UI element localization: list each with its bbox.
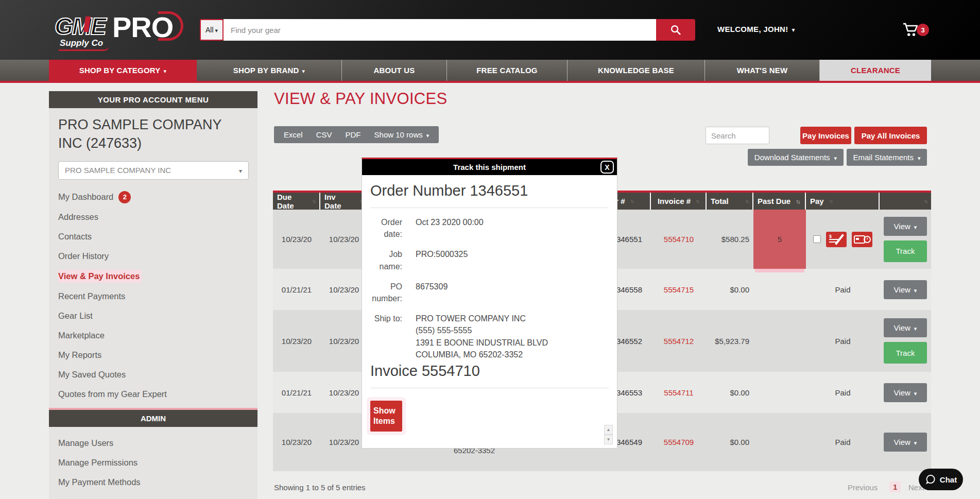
modal-title: Track this shipment — [453, 163, 526, 171]
sidebar-item-manage-users[interactable]: Manage Users — [58, 437, 249, 449]
logo-supply-text: Supply Co — [59, 38, 109, 51]
show-rows-label: Show 10 rows — [374, 130, 423, 139]
export-csv-button[interactable]: CSV — [310, 130, 339, 139]
sidebar-item-manage-permissions[interactable]: Manage Permissions — [58, 457, 249, 469]
chevron-down-icon — [834, 153, 837, 162]
job-name-field: Job name: PRO:5000325 — [370, 248, 609, 272]
col-header-due-date[interactable]: Due Date — [273, 193, 320, 210]
svg-text:$: $ — [829, 234, 832, 239]
sidebar-item-label: Addresses — [58, 211, 98, 223]
sidebar-item-quotes-gear-expert[interactable]: Quotes from my Gear Expert — [58, 388, 249, 400]
field-label: Order date: — [370, 216, 402, 240]
modal-title-bar: Track this shipment X — [362, 159, 617, 175]
welcome-text: WELCOME, JOHN! — [717, 25, 788, 33]
invoice-link[interactable]: 5554715 — [664, 285, 694, 294]
track-button[interactable]: Track — [884, 342, 927, 364]
chevron-down-icon — [215, 26, 218, 34]
nav-shop-by-category[interactable]: SHOP BY CATEGORY — [49, 60, 197, 81]
nav-whats-new[interactable]: WHAT'S NEW — [705, 60, 820, 81]
pay-by-check-icon[interactable]: $ — [826, 232, 847, 247]
app-root: GME PRO Supply Co All WELCOME, JOHN! — [0, 0, 980, 499]
cell-inv-date: 10/23/20 — [320, 210, 368, 269]
search-category-dropdown[interactable]: All — [200, 19, 223, 41]
email-statements-dropdown[interactable]: Email Statements — [847, 149, 927, 166]
sidebar-item-recent-payments[interactable]: Recent Payments — [58, 290, 249, 302]
pay-by-card-icon[interactable] — [852, 232, 872, 247]
view-dropdown-button[interactable]: View — [884, 383, 927, 402]
chevron-down-icon — [914, 285, 917, 294]
nav-label: KNOWLEDGE BASE — [598, 66, 674, 75]
show-rows-dropdown[interactable]: Show 10 rows — [368, 130, 436, 139]
show-items-button[interactable]: Show Items — [370, 401, 402, 432]
invoice-link[interactable]: 5554711 — [664, 388, 693, 397]
sidebar-item-my-saved-quotes[interactable]: My Saved Quotes — [58, 369, 249, 381]
sidebar-item-contacts[interactable]: Contacts — [58, 231, 249, 243]
view-dropdown-button[interactable]: View — [884, 217, 927, 236]
search-icon — [670, 24, 681, 36]
sidebar-item-my-payment-methods[interactable]: My Payment Methods — [58, 476, 249, 488]
search-button[interactable] — [656, 19, 695, 41]
nav-label: WHAT'S NEW — [737, 66, 788, 75]
cell-inv-date: 10/23/20 — [320, 413, 368, 471]
sidebar-item-my-reports[interactable]: My Reports — [58, 349, 249, 361]
chevron-down-icon — [302, 66, 305, 75]
cell-due-date: 10/23/20 — [273, 413, 320, 471]
sidebar-header: YOUR PRO ACCOUNT MENU — [49, 91, 257, 108]
pay-all-invoices-button[interactable]: Pay All Invoices — [854, 127, 927, 144]
pagination-page-1[interactable]: 1 — [889, 481, 901, 492]
invoice-link[interactable]: 5554709 — [664, 438, 694, 446]
col-header-pay[interactable]: Pay — [806, 193, 880, 210]
nav-shop-by-brand[interactable]: SHOP BY BRAND — [197, 60, 342, 81]
cart-button[interactable]: 3 — [902, 23, 929, 37]
view-label: View — [894, 323, 910, 332]
ship-to-company: PRO TOWER COMPANY INC — [416, 313, 548, 324]
nav-about-us[interactable]: ABOUT US — [342, 60, 447, 81]
nav-label: SHOP BY CATEGORY — [79, 66, 161, 75]
sidebar-item-marketplace[interactable]: Marketplace — [58, 330, 249, 341]
export-excel-button[interactable]: Excel — [277, 130, 310, 139]
nav-knowledge-base[interactable]: KNOWLEDGE BASE — [568, 60, 705, 81]
chat-button[interactable]: Chat — [919, 469, 963, 490]
cell-inv-date: 10/23/20 — [320, 269, 368, 310]
view-dropdown-button[interactable]: View — [884, 280, 927, 299]
pagination-previous[interactable]: Previous — [848, 483, 878, 492]
col-header-past-due[interactable]: Past Due — [753, 193, 806, 210]
gme-pro-logo[interactable]: GME PRO Supply Co — [51, 8, 185, 51]
invoice-link[interactable]: 5554712 — [664, 337, 694, 346]
sidebar-item-my-dashboard[interactable]: My Dashboard 2 — [58, 191, 249, 203]
view-dropdown-button[interactable]: View — [884, 318, 927, 337]
col-header-inv-date[interactable]: Inv Date — [320, 193, 368, 210]
chevron-down-icon — [914, 388, 917, 397]
sidebar-item-gear-list[interactable]: Gear List — [58, 310, 249, 322]
cell-past-due: 5 — [753, 210, 806, 269]
search-input[interactable] — [223, 19, 656, 41]
cell-total: $0.00 — [707, 269, 753, 310]
pay-invoices-button[interactable]: Pay Invoices — [800, 127, 851, 144]
cell-actions: View — [880, 372, 931, 413]
track-button[interactable]: Track — [884, 240, 927, 262]
table-search-input[interactable] — [706, 127, 769, 144]
view-dropdown-button[interactable]: View — [884, 433, 927, 452]
pay-checkbox[interactable] — [813, 235, 821, 243]
close-icon[interactable]: X — [600, 161, 614, 174]
scroll-down-icon[interactable]: ▼ — [604, 435, 613, 444]
cell-pay-status: Paid — [806, 413, 880, 471]
nav-clearance[interactable]: CLEARANCE — [820, 60, 931, 81]
scroll-up-icon[interactable]: ▲ — [604, 425, 613, 435]
company-select[interactable]: PRO SAMPLE COMPANY INC — [58, 161, 249, 180]
invoice-link[interactable]: 5554710 — [664, 235, 694, 244]
col-label: Pay — [810, 197, 824, 205]
cell-due-date: 10/23/20 — [273, 210, 320, 269]
sidebar-item-view-pay-invoices[interactable]: View & Pay Invoices — [58, 270, 249, 283]
account-menu[interactable]: WELCOME, JOHN! — [717, 25, 795, 33]
field-label: Job name: — [370, 248, 402, 272]
download-statements-dropdown[interactable]: Download Statements — [748, 149, 844, 166]
col-header-invoice[interactable]: Invoice # — [651, 193, 707, 210]
col-header-actions[interactable] — [880, 193, 931, 210]
sidebar-item-addresses[interactable]: Addresses — [58, 211, 249, 223]
col-header-total[interactable]: Total — [707, 193, 753, 210]
sidebar-item-order-history[interactable]: Order History — [58, 250, 249, 262]
export-pdf-button[interactable]: PDF — [339, 130, 368, 139]
nav-free-catalog[interactable]: FREE CATALOG — [447, 60, 568, 81]
cell-due-date: 10/23/20 — [273, 310, 320, 372]
